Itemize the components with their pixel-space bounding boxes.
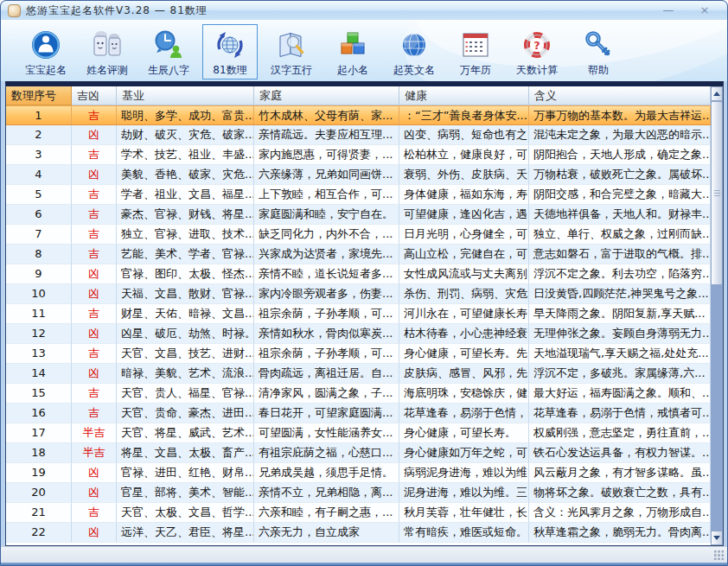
day-calculation-icon: ? — [520, 29, 553, 61]
table-row[interactable]: 4 凶 美貌、香艳、破家、灾危... 六亲缘薄，兄弟如同画饼... 衰弱、外伤、… — [6, 165, 711, 185]
table-row[interactable]: 15 吉 天官、贵人、福星、官禄... 清净家风，圆满之象，子... 海底明珠，… — [6, 384, 711, 404]
cell-family: 六亲和睦，有子嗣之惠，... — [254, 503, 399, 523]
cell-luck: 吉 — [72, 344, 117, 364]
name-evaluation-icon — [91, 29, 124, 61]
table-row[interactable]: 9 凶 官禄、图印、太极、怪杰... 亲情不睦，道长说短者多... 女性成风流或… — [6, 264, 711, 284]
cell-base: 美貌、香艳、破家、灾危... — [117, 165, 254, 185]
baby-naming-icon — [29, 29, 62, 61]
table-row[interactable]: 11 吉 财星、天佑、暗禄、文昌... 祖宗余荫，子孙孝顺，可... 河川永在，… — [6, 304, 711, 324]
cell-number: 2 — [6, 125, 72, 145]
toolbar-button-label: 姓名评测 — [86, 63, 128, 78]
table-row[interactable]: 1 吉 聪明、多学、成功、富贵... 竹木成林、父母有荫、家... ：“三才”善… — [6, 105, 711, 125]
resize-grip[interactable] — [713, 550, 725, 561]
scroll-down-button[interactable] — [711, 531, 723, 545]
cell-number: 15 — [6, 384, 72, 404]
app-window: 悠游宝宝起名软件V3.28 — 81数理 — × 宝宝起名 — [0, 0, 728, 566]
table-row[interactable]: 19 凶 官禄、进田、红艳、财帛... 兄弟成吴越，须思手足情。 病弱泥身进海，… — [6, 463, 711, 483]
table-row[interactable]: 20 凶 官星、部将、美术、智能... 亲情不立，兄弟相隐，离... 泥身进海，… — [6, 483, 711, 503]
cell-luck: 吉 — [72, 185, 117, 205]
cell-meaning: 日没黄昏,四顾茫茫,神哭鬼号之象... — [529, 284, 711, 304]
vertical-scrollbar[interactable] — [711, 86, 723, 545]
cell-meaning: 浮沉不定，多破兆。家属缘薄,六... — [529, 364, 711, 384]
column-header-meaning[interactable]: 含义 — [529, 86, 711, 105]
toolbar-button-perpetual-calendar[interactable]: 万年历 — [448, 24, 503, 79]
table-row[interactable]: 14 凶 暗禄、美貌、艺术、流浪... 骨肉疏远，离祖迁居。自... 皮肤病、感… — [6, 364, 711, 384]
title-bar[interactable]: 悠游宝宝起名软件V3.28 — 81数理 — × — [1, 1, 727, 20]
table-row[interactable]: 5 吉 学者、祖业、文昌、福星... 上下敦睦，相互合作，可... 身体健康，福… — [6, 185, 711, 205]
table-row[interactable]: 18 半吉 将星、文昌、太极、畜产... 有祖宗庇荫之福，心慈口... 身心健康… — [6, 443, 711, 463]
minimize-button[interactable]: — — [661, 3, 675, 18]
column-header-luck[interactable]: 吉凶 — [72, 86, 117, 105]
cell-health: ：“三才”善良者身体安... — [399, 106, 529, 124]
column-header-base[interactable]: 基业 — [117, 86, 254, 105]
scrollbar-thumb[interactable] — [711, 101, 723, 285]
table-row[interactable]: 21 吉 天官、太极、文昌、哲学... 六亲和睦，有子嗣之惠，... 秋月芙蓉，… — [6, 503, 711, 523]
grid-filler — [6, 543, 711, 545]
cell-meaning: 天德地祥俱备，天地人和。财禄丰... — [529, 205, 711, 225]
cell-meaning: 花草逢春，易溺于色情，戒慎者可... — [529, 404, 711, 423]
toolbar-button-day-calculation[interactable]: ? 天数计算 — [509, 24, 565, 79]
cell-number: 22 — [6, 523, 72, 543]
table-row[interactable]: 2 凶 劫财、破灭、灾危、破家... 亲情疏远。夫妻应相互理... 凶变、病弱、… — [6, 125, 711, 145]
toolbar-button-label: 生辰八字 — [148, 63, 189, 78]
grid-body: 1 吉 聪明、多学、成功、富贵... 竹木成林、父母有荫、家... ：“三才”善… — [6, 105, 711, 543]
cell-number: 18 — [6, 443, 72, 463]
cell-health: 花草逢春，易溺于色情，... — [399, 404, 529, 423]
toolbar-button-english-name[interactable]: 起英文名 — [386, 24, 442, 79]
scrollbar-track[interactable] — [711, 285, 723, 531]
numerology-grid: 数理序号 吉凶 基业 家庭 健康 含义 1 吉 聪明、多学、成功、富贵... 竹… — [5, 81, 724, 546]
cell-meaning: 阴阳抱合，天地人形成，确定之象... — [529, 145, 711, 165]
table-row[interactable]: 17 半吉 天官、将星、威武、艺术... 可望圆满，女性能涵养女... 身心健康… — [6, 423, 711, 443]
column-header-health[interactable]: 健康 — [399, 86, 529, 105]
cell-family: 骨肉疏远，离祖迁居。自... — [254, 364, 399, 384]
cell-family: 祖宗余荫，子孙孝顺，可... — [254, 304, 399, 324]
cell-family: 亲情疏远。夫妻应相互理... — [254, 125, 399, 145]
svg-text:?: ? — [533, 39, 540, 52]
toolbar-button-81-numerology[interactable]: 81数理 — [202, 24, 258, 79]
cell-health: 日月光明，心身健全，可... — [399, 225, 529, 245]
cell-base: 天官、文昌、技艺、进财... — [117, 344, 254, 364]
nickname-icon — [336, 29, 369, 61]
thumb-grip-icon — [714, 190, 720, 191]
column-header-number[interactable]: 数理序号 — [6, 86, 72, 105]
scroll-up-button[interactable] — [711, 86, 723, 101]
cell-meaning: 含义：光风霁月之象，万物形成自... — [529, 503, 711, 523]
table-row[interactable]: 12 凶 凶星、破厄、劫煞、时禄。 亲情如秋水，骨肉似寒炭... 枯木待春，小心… — [6, 324, 711, 344]
toolbar-button-birth-eight-characters[interactable]: 生辰八字 — [141, 24, 196, 79]
cell-health: 身心健康，可望长寿。先... — [399, 344, 529, 364]
cell-base: 将星、文昌、太极、畜产... — [117, 443, 254, 463]
status-bar — [1, 546, 727, 563]
cell-meaning: 物将坏之象。破败衰亡之数，具有... — [529, 483, 711, 503]
cell-luck: 凶 — [72, 125, 117, 145]
column-header-family[interactable]: 家庭 — [254, 86, 399, 105]
table-row[interactable]: 22 凶 远洋、天乙、君臣、将星... 六亲无力，自立成家 常有暗疾，难医或短命… — [6, 523, 711, 543]
cell-meaning: 阴阳交感，和合完璧之象，暗藏大... — [529, 185, 711, 205]
help-icon — [582, 29, 615, 61]
toolbar-button-help[interactable]: 帮助 — [571, 24, 626, 79]
table-row[interactable]: 7 吉 独立、官禄、进取、技术... 缺乏同化力，内外不合，... 日月光明，心… — [6, 225, 711, 245]
cell-base: 学者、祖业、文昌、福星... — [117, 185, 254, 205]
table-row[interactable]: 13 吉 天官、文昌、技艺、进财... 祖宗余荫，子孙孝顺，可... 身心健康，… — [6, 344, 711, 364]
cell-family: 竹木成林、父母有荫、家... — [254, 106, 399, 124]
table-row[interactable]: 8 吉 艺能、美术、学者、官禄... 兴家成为达贤者，家境先... 高山立松，完… — [6, 245, 711, 264]
cell-base: 官星、部将、美术、智能... — [117, 483, 254, 503]
cell-luck: 吉 — [72, 384, 117, 404]
table-row[interactable]: 16 吉 天官、贵命、豪杰、进田... 春日花开，可望家庭圆满... 花草逢春，… — [6, 404, 711, 423]
cell-luck: 凶 — [72, 523, 117, 543]
cell-number: 10 — [6, 284, 72, 304]
toolbar-button-baby-naming[interactable]: 宝宝起名 — [18, 24, 73, 79]
toolbar-button-name-evaluation[interactable]: 姓名评测 — [80, 24, 135, 79]
cell-luck: 半吉 — [72, 443, 117, 463]
arrow-down-icon — [713, 536, 720, 540]
table-row[interactable]: 3 吉 学术、技艺、祖业、丰盛... 家内施恩惠，可得贤妻，... 松柏林立，健… — [6, 145, 711, 165]
cell-family: 亲情如秋水，骨肉似寒炭... — [254, 324, 399, 344]
cell-base: 凶星、破厄、劫煞、时禄。 — [117, 324, 254, 344]
table-row[interactable]: 6 吉 豪杰、官禄、财钱、将星... 家庭圆满和睦，安宁自在。 可望健康，逢凶化… — [6, 205, 711, 225]
close-button[interactable]: × — [698, 3, 712, 18]
cell-number: 19 — [6, 463, 72, 483]
toolbar-button-nickname[interactable]: 起小名 — [325, 24, 380, 79]
arrow-up-icon — [713, 92, 720, 96]
table-row[interactable]: 10 凶 天福、文昌、散财、官禄... 家内冷眼旁观者多，伤妻... 杀伤、刑罚… — [6, 284, 711, 304]
cell-luck: 吉 — [72, 404, 117, 423]
toolbar-button-hanzi-five-elements[interactable]: 汉字五行 — [264, 24, 319, 79]
